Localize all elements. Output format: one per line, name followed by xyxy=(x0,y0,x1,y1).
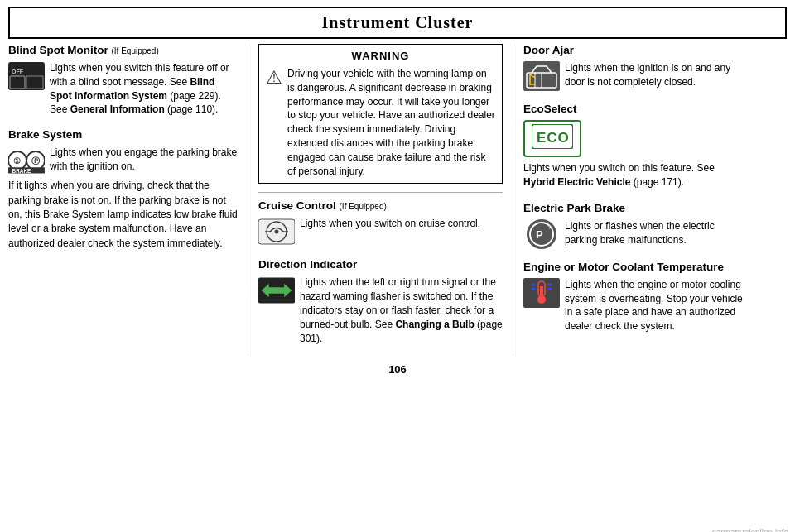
brake-text2: If it lights when you are driving, check… xyxy=(8,179,238,251)
direction-title: Direction Indicator xyxy=(258,258,503,271)
blind-spot-row: OFF Lights when you switch this feature … xyxy=(8,61,238,117)
svg-text:ECO: ECO xyxy=(537,130,570,146)
brake-row: ① Ⓟ BRAKE Lights when you engage the par… xyxy=(8,146,238,175)
cruise-icon xyxy=(258,218,295,246)
blind-spot-icon-box: OFF xyxy=(8,61,45,91)
svg-point-15 xyxy=(275,230,279,234)
engine-temp-row: Lights when the engine or motor cooling … xyxy=(523,278,745,333)
section-engine-temp: Engine or Motor Coolant Temperature xyxy=(523,261,745,333)
brake-icon: ① Ⓟ BRAKE xyxy=(8,146,45,175)
door-ajar-icon xyxy=(523,61,560,91)
warning-box: WARNING ⚠ Driving your vehicle with the … xyxy=(258,44,503,184)
section-eco: EcoSelect ECO Lights when you switch on … xyxy=(523,103,745,190)
brake-text1: Lights when you engage the parking brake… xyxy=(50,146,238,174)
svg-text:Ⓟ: Ⓟ xyxy=(31,156,41,165)
cruise-title: Cruise Control (If Equipped) xyxy=(258,199,503,212)
epb-icon: P ! xyxy=(523,219,560,249)
eco-icon: ECO xyxy=(532,124,573,149)
blind-spot-text: Lights when you switch this feature off … xyxy=(50,61,238,117)
section-brake: Brake System ① Ⓟ BRAKE Lights when you e… xyxy=(8,128,238,251)
svg-text:!: ! xyxy=(548,223,551,231)
direction-text: Lights when the left or right turn signa… xyxy=(300,276,503,345)
section-door: Door Ajar xyxy=(523,44,745,91)
epb-icon-box: P ! xyxy=(523,219,560,249)
svg-text:①: ① xyxy=(13,156,21,165)
door-icon-box xyxy=(523,61,560,91)
col-right: Door Ajar xyxy=(513,44,745,357)
epb-row: P ! Lights or flashes when the electric … xyxy=(523,219,745,249)
section-direction: Direction Indicator Lights when the left… xyxy=(258,258,503,345)
content-area: Blind Spot Monitor (If Equipped) OFF xyxy=(0,44,795,357)
page-wrapper: Instrument Cluster Blind Spot Monitor (I… xyxy=(0,7,795,532)
door-row: Lights when the ignition is on and any d… xyxy=(523,61,745,91)
divider xyxy=(258,192,503,193)
engine-temp-icon-box xyxy=(523,278,560,308)
blind-spot-icon: OFF xyxy=(8,62,45,90)
page-number: 106 xyxy=(0,363,795,376)
svg-text:BRAKE: BRAKE xyxy=(12,168,32,174)
brake-icon-box: ① Ⓟ BRAKE xyxy=(8,146,45,175)
cruise-row: Lights when you switch on cruise control… xyxy=(258,217,503,247)
eco-text: Lights when you switch on this feature. … xyxy=(523,161,745,190)
page-title: Instrument Cluster xyxy=(10,13,785,32)
warning-text: Driving your vehicle with the warning la… xyxy=(287,67,495,178)
engine-temp-icon xyxy=(523,278,560,308)
direction-row: Lights when the left or right turn signa… xyxy=(258,276,503,345)
engine-temp-title: Engine or Motor Coolant Temperature xyxy=(523,261,745,273)
door-text: Lights when the ignition is on and any d… xyxy=(565,61,745,89)
direction-icon xyxy=(258,276,295,304)
engine-temp-text: Lights when the engine or motor cooling … xyxy=(565,278,745,333)
svg-rect-34 xyxy=(540,286,543,298)
cruise-icon-box xyxy=(258,217,295,247)
warning-title: WARNING xyxy=(266,50,495,62)
eco-title: EcoSelect xyxy=(523,103,745,115)
door-title: Door Ajar xyxy=(523,44,745,56)
warning-content: ⚠ Driving your vehicle with the warning … xyxy=(266,67,495,178)
section-cruise: Cruise Control (If Equipped) xyxy=(258,199,503,247)
page-header: Instrument Cluster xyxy=(8,7,787,39)
watermark: carmanualonline.info xyxy=(712,528,788,532)
col-left: Blind Spot Monitor (If Equipped) OFF xyxy=(8,44,248,357)
eco-box: ECO xyxy=(523,120,581,157)
blind-spot-title: Blind Spot Monitor (If Equipped) xyxy=(8,44,238,56)
svg-text:OFF: OFF xyxy=(12,69,24,74)
svg-text:P: P xyxy=(536,228,543,241)
direction-icon-box xyxy=(258,276,295,305)
brake-title: Brake System xyxy=(8,128,238,141)
section-epb: Electric Park Brake P ! Lights or flashe… xyxy=(523,202,745,249)
col-middle: WARNING ⚠ Driving your vehicle with the … xyxy=(248,44,513,357)
warning-triangle-icon: ⚠ xyxy=(266,67,282,89)
epb-text: Lights or flashes when the electric park… xyxy=(565,219,745,247)
epb-title: Electric Park Brake xyxy=(523,202,745,214)
cruise-text: Lights when you switch on cruise control… xyxy=(300,217,480,231)
section-blind-spot: Blind Spot Monitor (If Equipped) OFF xyxy=(8,44,238,117)
